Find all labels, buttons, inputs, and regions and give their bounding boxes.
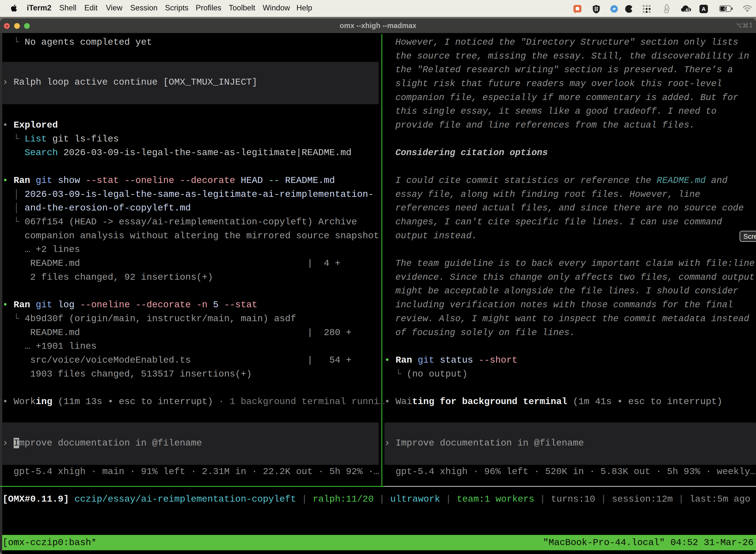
svg-text:..61: ..61 (684, 8, 690, 12)
svg-text:A: A (702, 6, 706, 12)
